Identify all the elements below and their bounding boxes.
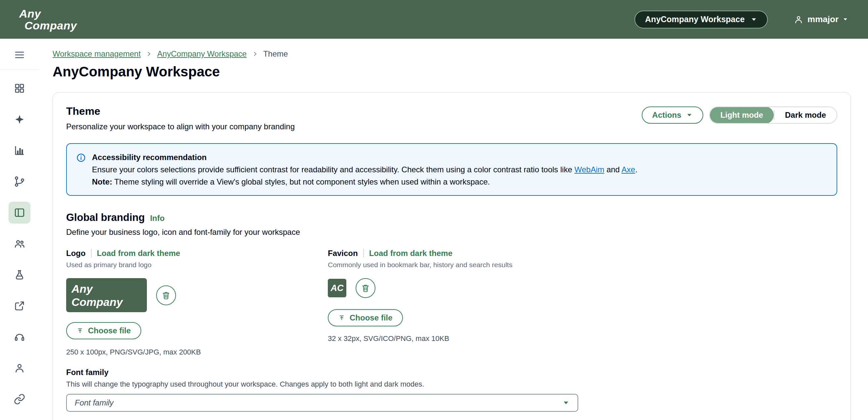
workspace-selector[interactable]: AnyCompany Workspace [634,10,768,28]
load-favicon-from-dark-theme-link[interactable]: Load from dark theme [369,249,453,258]
logo-constraints: 250 x 100px, PNG/SVG/JPG, max 200KB [66,348,201,356]
logo-preview-line2: Company [71,295,147,309]
favicon-label: Favicon [328,249,358,258]
remove-favicon-button[interactable] [355,278,375,298]
actions-button[interactable]: Actions [642,106,703,124]
font-family-block: Font family This will change the typogra… [66,368,837,412]
banner-body: Accessibility recommendation Ensure your… [92,151,638,188]
light-mode-button[interactable]: Light mode [710,106,774,124]
sparkle-icon [13,114,26,125]
hamburger-icon [13,49,26,61]
logo-preview-row: Any Company [66,278,176,312]
mode-toggle: Light mode Dark mode [709,106,837,124]
card-header-actions: Actions Light mode Dark mode [642,106,837,124]
dashboard-icon [13,82,26,94]
menu-toggle[interactable] [9,47,30,63]
favicon-description: Commonly used in bookmark bar, history a… [328,261,513,269]
upload-icon [77,327,83,334]
dark-mode-button[interactable]: Dark mode [774,106,837,124]
company-logo: Any Company [19,8,77,31]
banner-text: Ensure your colors selections provide su… [92,165,574,174]
remove-logo-button[interactable] [156,285,176,305]
flask-icon [13,269,26,281]
chevron-right-icon [252,51,258,57]
page-title: AnyCompany Workspace [53,64,851,80]
banner-note-text: Theme styling will override a View's glo… [112,177,490,186]
banner-note-label: Note: [92,177,112,186]
breadcrumb-link-workspace-management[interactable]: Workspace management [53,49,141,59]
font-family-placeholder: Font family [75,398,114,408]
card-header-left: Theme Personalize your workspace to alig… [66,105,295,131]
theme-card: Theme Personalize your workspace to alig… [53,92,851,420]
banner-text: . [635,165,638,174]
choose-favicon-file-button[interactable]: Choose file [328,309,403,326]
breadcrumb-link-workspace[interactable]: AnyCompany Workspace [157,49,246,59]
favicon-preview: AC [328,279,346,297]
chevron-right-icon [146,51,152,57]
webaim-link[interactable]: WebAim [574,165,604,174]
trash-icon [161,291,171,300]
sidebar-item-users[interactable] [9,233,30,255]
chevron-down-icon [750,16,757,23]
divider [0,69,39,69]
favicon-column: Favicon Load from dark theme Commonly us… [328,249,513,356]
accessibility-banner: Accessibility recommendation Ensure your… [66,143,837,196]
main-content: Workspace management AnyCompany Workspac… [39,39,868,420]
bar-chart-icon [13,144,26,156]
logo-text-line2: Company [25,20,77,31]
favicon-preview-row: AC [328,278,375,298]
chevron-down-icon [842,17,848,22]
logo-preview: Any Company [66,278,147,312]
profile-icon [13,362,26,374]
page: Any Company AnyCompany Workspace mmajor [0,0,868,420]
global-branding-header: Global branding Info [66,212,837,224]
users-icon [13,238,26,250]
font-family-select[interactable]: Font family [66,394,578,412]
choose-logo-file-button[interactable]: Choose file [66,322,141,339]
logo-preview-line1: Any [71,282,147,295]
banner-title: Accessibility recommendation [92,151,638,163]
font-family-description: This will change the typography used thr… [66,380,837,389]
sidebar [0,39,39,420]
user-menu[interactable]: mmajor [794,14,848,25]
favicon-constraints: 32 x 32px, SVG/ICO/PNG, max 10KB [328,334,449,343]
sidebar-item-links[interactable] [9,388,30,410]
choose-favicon-file-label: Choose file [350,313,392,322]
axe-link[interactable]: Axe [622,165,635,174]
upload-icon [338,315,345,321]
divider [363,249,364,258]
branding-columns: Logo Load from dark theme Used as primar… [66,249,837,356]
user-name: mmajor [807,14,839,25]
sidebar-item-assistant[interactable] [9,108,30,130]
global-branding-description: Define your business logo, icon and font… [66,228,837,237]
logo-text-line1: Any [19,8,77,20]
sidebar-item-workspace-theme[interactable] [9,202,30,224]
link-icon [13,393,26,405]
layout-panel-icon [13,207,26,219]
load-logo-from-dark-theme-link[interactable]: Load from dark theme [97,249,180,258]
sidebar-item-dashboard[interactable] [9,77,30,99]
breadcrumb: Workspace management AnyCompany Workspac… [53,49,851,59]
card-subtitle: Personalize your workspace to align with… [66,122,295,131]
info-link[interactable]: Info [150,214,165,223]
sidebar-item-export[interactable] [9,295,30,317]
banner-line-2: Note: Theme styling will override a View… [92,175,638,188]
font-family-label: Font family [66,368,837,377]
sidebar-item-analytics[interactable] [9,139,30,161]
card-title: Theme [66,105,295,118]
sidebar-item-profile[interactable] [9,357,30,379]
choose-logo-file-label: Choose file [88,326,131,335]
global-branding-title: Global branding [66,212,145,224]
top-header: Any Company AnyCompany Workspace mmajor [0,0,868,39]
body: Workspace management AnyCompany Workspac… [0,39,868,420]
headset-icon [13,331,26,343]
banner-text: and [604,165,622,174]
topbar-right: AnyCompany Workspace mmajor [634,10,848,28]
sidebar-item-experiments[interactable] [9,264,30,286]
sidebar-item-support[interactable] [9,326,30,348]
export-icon [13,300,26,312]
logo-label-row: Logo Load from dark theme [66,249,180,258]
sidebar-item-pipelines[interactable] [9,171,30,192]
breadcrumb-current: Theme [263,49,288,59]
logo-column: Logo Load from dark theme Used as primar… [66,249,328,356]
